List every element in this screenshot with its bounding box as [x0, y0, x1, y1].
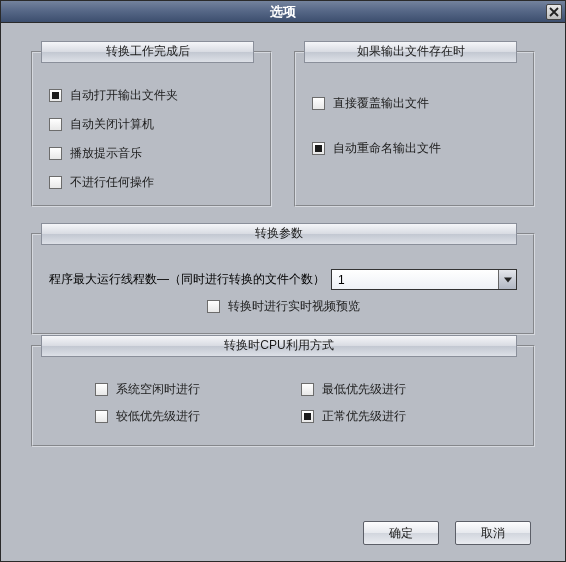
checkbox-icon — [49, 147, 62, 160]
opt-label: 播放提示音乐 — [70, 145, 142, 162]
group-output-exists-legend: 如果输出文件存在时 — [304, 41, 517, 63]
checkbox-icon — [301, 383, 314, 396]
close-icon — [549, 7, 559, 17]
group-cpu-mode: 转换时CPU利用方式 系统空闲时进行 最低优先级进行 较低优先级进行 正常优先级… — [31, 335, 535, 447]
checkbox-icon — [49, 118, 62, 131]
group-after-convert: 转换工作完成后 自动打开输出文件夹 自动关闭计算机 播放提示音乐 不进行任何操作 — [31, 41, 272, 207]
client-area: 转换工作完成后 自动打开输出文件夹 自动关闭计算机 播放提示音乐 不进行任何操作 — [1, 23, 565, 561]
opt-label: 自动关闭计算机 — [70, 116, 154, 133]
checkbox-icon — [312, 97, 325, 110]
checkbox-icon — [207, 300, 220, 313]
opt-label: 较低优先级进行 — [116, 408, 200, 425]
group-convert-params: 转换参数 程序最大运行线程数—（同时进行转换的文件个数） 1 转换时进行实时视频… — [31, 223, 535, 335]
group-cpu-mode-legend: 转换时CPU利用方式 — [41, 335, 517, 357]
dialog-buttons: 确定 取消 — [363, 521, 531, 545]
opt-label: 不进行任何操作 — [70, 174, 154, 191]
titlebar: 选项 — [1, 1, 565, 23]
opt-do-nothing[interactable]: 不进行任何操作 — [49, 174, 254, 191]
opt-realtime-preview[interactable]: 转换时进行实时视频预览 — [207, 298, 360, 315]
opt-label: 自动打开输出文件夹 — [70, 87, 178, 104]
opt-open-output-folder[interactable]: 自动打开输出文件夹 — [49, 87, 254, 104]
checkbox-icon — [301, 410, 314, 423]
opt-overwrite-output[interactable]: 直接覆盖输出文件 — [312, 95, 517, 112]
opt-play-sound[interactable]: 播放提示音乐 — [49, 145, 254, 162]
window-title: 选项 — [270, 3, 296, 21]
cancel-button[interactable]: 取消 — [455, 521, 531, 545]
checkbox-icon — [49, 176, 62, 189]
group-output-exists: 如果输出文件存在时 直接覆盖输出文件 自动重命名输出文件 — [294, 41, 535, 207]
threads-label: 程序最大运行线程数—（同时进行转换的文件个数） — [49, 271, 325, 288]
opt-cpu-lower[interactable]: 较低优先级进行 — [95, 408, 265, 425]
checkbox-icon — [312, 142, 325, 155]
threads-select[interactable]: 1 — [331, 269, 517, 290]
opt-rename-output[interactable]: 自动重命名输出文件 — [312, 140, 517, 157]
group-after-convert-legend: 转换工作完成后 — [41, 41, 254, 63]
opt-label: 自动重命名输出文件 — [333, 140, 441, 157]
threads-value: 1 — [332, 273, 345, 287]
opt-shutdown-computer[interactable]: 自动关闭计算机 — [49, 116, 254, 133]
opt-label: 最低优先级进行 — [322, 381, 406, 398]
checkbox-icon — [95, 410, 108, 423]
options-window: 选项 转换工作完成后 自动打开输出文件夹 自动关闭计算机 — [0, 0, 566, 562]
opt-cpu-idle[interactable]: 系统空闲时进行 — [95, 381, 265, 398]
opt-label: 直接覆盖输出文件 — [333, 95, 429, 112]
close-button[interactable] — [546, 4, 562, 20]
opt-label: 系统空闲时进行 — [116, 381, 200, 398]
ok-button[interactable]: 确定 — [363, 521, 439, 545]
checkbox-icon — [49, 89, 62, 102]
chevron-down-icon — [498, 270, 516, 289]
opt-label: 转换时进行实时视频预览 — [228, 298, 360, 315]
checkbox-icon — [95, 383, 108, 396]
opt-label: 正常优先级进行 — [322, 408, 406, 425]
opt-cpu-normal[interactable]: 正常优先级进行 — [301, 408, 471, 425]
opt-cpu-lowest[interactable]: 最低优先级进行 — [301, 381, 471, 398]
group-convert-params-legend: 转换参数 — [41, 223, 517, 245]
